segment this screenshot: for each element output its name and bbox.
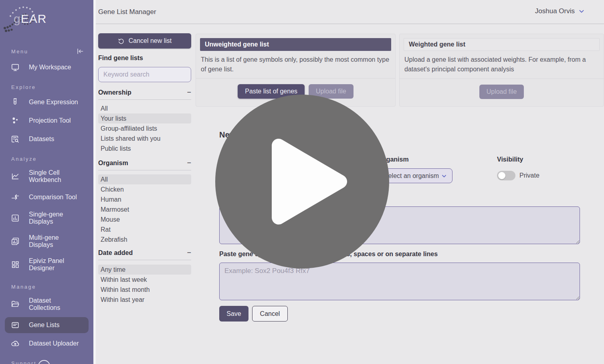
filter-option-public-lists[interactable]: Public lists [98, 144, 191, 154]
sidebar-section-explore: Explore [0, 84, 93, 90]
sidebar-item-single-gene-displays[interactable]: Single-gene Displays [5, 208, 89, 229]
visibility-toggle[interactable] [497, 171, 515, 180]
filter-group-organism-heading: Organism − [98, 159, 191, 167]
filter-option-rat[interactable]: Rat [98, 224, 191, 235]
sidebar-item-dataset-collections[interactable]: Dataset Collections [5, 294, 89, 315]
organism-options: All Chicken Human Marmoset Mouse Rat Zeb… [98, 174, 191, 245]
sidebar-item-label: My Workspace [29, 64, 71, 71]
unweighted-card-title: Unweighted gene list [200, 38, 391, 51]
sidebar-item-label: Datasets [29, 135, 54, 143]
sidebar-item-label: Dataset Collections [29, 297, 84, 311]
filter-option-any-time[interactable]: Any time [98, 265, 191, 275]
sidebar-section-label: Menu [11, 49, 28, 55]
monitor-icon [10, 63, 20, 72]
filter-option-group-affiliated[interactable]: Group-affiliated lists [98, 123, 191, 133]
sidebar-section-label: Analyze [11, 156, 37, 162]
filter-option-shared-with-you[interactable]: Lists shared with you [98, 133, 191, 144]
cancel-button[interactable]: Cancel [252, 306, 288, 322]
collapse-group-button[interactable]: − [187, 88, 191, 97]
organism-select[interactable]: Select an organism [379, 168, 452, 183]
sidebar-item-datasets[interactable]: Datasets [5, 131, 89, 147]
filter-option-human[interactable]: Human [98, 194, 191, 204]
stacked-charts-icon [10, 237, 20, 246]
sidebar-item-label: Comparison Tool [29, 194, 77, 201]
sidebar-section-label: Explore [11, 84, 36, 90]
sidebar-item-label: Multi-gene Displays [29, 234, 84, 249]
sidebar-item-label: Dataset Uploader [29, 340, 79, 347]
divider [98, 99, 191, 100]
compare-arrows-icon [10, 192, 20, 202]
visibility-value: Private [519, 172, 539, 179]
filter-option-zebrafish[interactable]: Zebrafish [98, 235, 191, 245]
organism-select-value: Select an organism [384, 172, 439, 180]
filter-group-ownership-heading: Ownership − [98, 88, 191, 97]
filter-heading-label: Organism [98, 160, 128, 167]
user-menu[interactable]: Joshua Orvis [535, 7, 585, 15]
user-name: Joshua Orvis [535, 7, 575, 15]
chevron-down-icon [578, 8, 585, 15]
grid-panels-icon [10, 260, 20, 269]
sidebar-item-label: Gene Expression [29, 99, 78, 106]
sidebar-section-manage: Manage [0, 284, 93, 290]
filter-option-organism-all[interactable]: All [98, 174, 191, 184]
sidebar-item-epiviz-panel-designer[interactable]: Epiviz Panel Designer [5, 254, 89, 275]
divider [98, 170, 191, 170]
test-tube-icon [10, 97, 20, 107]
sidebar-item-label: Epiviz Panel Designer [29, 257, 84, 272]
page-title: Gene List Manager [98, 8, 156, 16]
sidebar-scroll-gutter[interactable] [93, 0, 96, 364]
bar-chart-icon [10, 213, 20, 223]
top-header: Gene List Manager Joshua Orvis [96, 0, 604, 24]
logo-wordmark: gEAR [14, 12, 46, 26]
weighted-gene-list-card: Weighted gene list Upload a gene list wi… [399, 34, 604, 107]
scatter-dots-icon [10, 116, 20, 125]
sidebar-item-comparison-tool[interactable]: Comparison Tool [5, 189, 89, 205]
sidebar-item-gene-lists[interactable]: Gene Lists [5, 317, 89, 333]
list-card-icon [10, 320, 20, 330]
sidebar-item-multi-gene-displays[interactable]: Multi-gene Displays [5, 231, 89, 252]
sidebar-item-label: Projection Tool [29, 117, 71, 124]
sidebar-item-label: Single-gene Displays [29, 211, 84, 225]
sidebar-item-gene-expression[interactable]: Gene Expression [5, 94, 89, 110]
sidebar-item-label: Gene Lists [29, 322, 59, 329]
collapse-left-icon[interactable] [76, 47, 84, 55]
undo-icon [118, 38, 125, 44]
filter-option-your-lists[interactable]: Your lists [98, 113, 191, 123]
cancel-new-list-button[interactable]: Cancel new list [98, 33, 191, 49]
filter-heading-label: Ownership [98, 89, 131, 96]
sidebar-item-projection-tool[interactable]: Projection Tool [5, 113, 89, 129]
filter-option-mouse[interactable]: Mouse [98, 214, 191, 224]
filter-option-last-month[interactable]: Within last month [98, 285, 191, 295]
weighted-upload-file-button[interactable]: Upload file [479, 85, 524, 99]
logo-suffix: EAR [21, 12, 47, 25]
toggle-knob [498, 172, 505, 179]
sidebar: gEAR Menu My Workspace Explore Gene Expr… [0, 0, 93, 364]
sidebar-section-analyze: Analyze [0, 156, 93, 162]
sidebar-item-single-cell-workbench[interactable]: Single Cell Workbench [5, 166, 89, 187]
collapse-group-button[interactable]: − [187, 159, 191, 167]
find-gene-lists-title: Find gene lists [98, 55, 143, 62]
folder-icon [10, 299, 20, 309]
filter-option-last-week[interactable]: Within last week [98, 275, 191, 285]
logo-g: g [14, 12, 21, 25]
search-input[interactable] [98, 67, 191, 82]
cloud-upload-icon [10, 339, 20, 348]
filter-option-last-year[interactable]: Within last year [98, 295, 191, 305]
visibility-label: Visibility [497, 156, 523, 163]
sidebar-item-label: Single Cell Workbench [29, 169, 84, 184]
sidebar-item-my-workspace[interactable]: My Workspace [5, 59, 89, 75]
save-button[interactable]: Save [219, 306, 248, 322]
filter-option-chicken[interactable]: Chicken [98, 184, 191, 194]
filter-option-marmoset[interactable]: Marmoset [98, 204, 191, 214]
video-play-overlay[interactable] [215, 95, 389, 269]
sidebar-section-label: Support [11, 360, 36, 364]
dataset-search-icon [10, 134, 20, 144]
sidebar-section-label: Manage [11, 284, 36, 290]
collapse-group-button[interactable]: − [187, 249, 191, 257]
gear-logo: gEAR [3, 2, 93, 38]
filter-option-all[interactable]: All [98, 103, 191, 113]
chevron-down-icon [441, 173, 447, 179]
sidebar-item-dataset-uploader[interactable]: Dataset Uploader [5, 336, 89, 352]
cancel-new-list-label: Cancel new list [129, 37, 172, 44]
date-added-options: Any time Within last week Within last mo… [98, 265, 191, 305]
